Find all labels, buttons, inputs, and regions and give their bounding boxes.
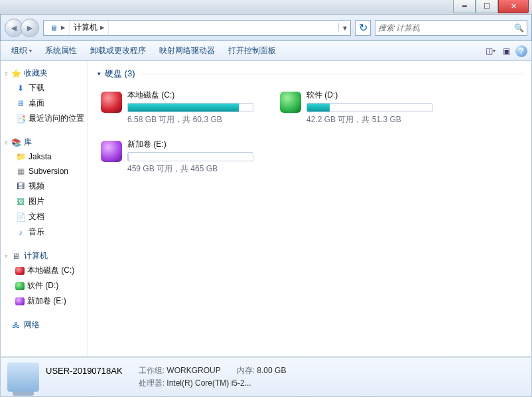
- sidebar-head-libraries[interactable]: ▿📚库: [1, 135, 88, 149]
- sidebar-item-jaksta[interactable]: 📁Jaksta: [1, 149, 88, 164]
- refresh-button[interactable]: ↻: [355, 20, 371, 36]
- sidebar-head-network[interactable]: ▿🖧网络: [1, 318, 88, 332]
- computer-icon: 🖥: [11, 251, 21, 262]
- detail-cpu-label: 处理器:: [139, 378, 165, 388]
- usage-bar: [306, 103, 432, 112]
- address-segment-computer[interactable]: 计算机 ▶: [70, 21, 109, 35]
- drive-grid: 本地磁盘 (C:) 6.58 GB 可用，共 60.3 GB 软件 (D:) 4…: [98, 86, 525, 178]
- library-icon: 📚: [11, 137, 21, 148]
- detail-workgroup-label: 工作组:: [139, 366, 165, 375]
- address-root[interactable]: 🖥 ▶: [44, 21, 70, 35]
- drive-e[interactable]: 新加卷 (E:) 459 GB 可用，共 465 GB: [98, 135, 257, 178]
- video-icon: 🎞: [15, 181, 26, 192]
- drive-name: 新加卷 (E:): [127, 139, 253, 150]
- sidebar-item-subversion[interactable]: ▦Subversion: [1, 164, 88, 179]
- usage-bar: [127, 152, 253, 161]
- desktop-icon: 🖥: [15, 98, 26, 109]
- music-icon: ♪: [15, 227, 26, 238]
- maximize-button[interactable]: ☐: [476, 0, 498, 13]
- sidebar: ▿⭐收藏夹 ⬇下载 🖥桌面 📑最近访问的位置 ▿📚库 📁Jaksta ▦Subv…: [1, 61, 88, 357]
- chevron-right-icon: ▶: [61, 25, 65, 31]
- toolbar: 组织 ▾ 系统属性 卸载或更改程序 映射网络驱动器 打开控制面板 ◫ ▾ ▣ ?: [0, 41, 532, 61]
- usage-fill: [128, 153, 129, 161]
- tb-uninstall[interactable]: 卸载或更改程序: [84, 42, 153, 59]
- search-icon[interactable]: 🔍: [513, 23, 524, 33]
- content-pane: ▾ 硬盘 (3) 本地磁盘 (C:) 6.58 GB 可用，共 60.3 GB …: [88, 61, 531, 357]
- folder-icon: 📁: [15, 151, 26, 162]
- gem-green-icon: [280, 92, 301, 113]
- star-icon: ⭐: [11, 68, 21, 79]
- sidebar-head-computer[interactable]: ▿🖥计算机: [1, 249, 88, 263]
- group-title: 硬盘 (3): [105, 68, 135, 80]
- drive-name: 本地磁盘 (C:): [127, 90, 253, 101]
- sidebar-item-downloads[interactable]: ⬇下载: [1, 80, 88, 96]
- detail-memory: 8.00 GB: [257, 366, 286, 375]
- computer-large-icon: [7, 362, 39, 392]
- collapse-icon: ▾: [98, 70, 101, 77]
- detail-memory-label: 内存:: [237, 366, 255, 375]
- gem-green-icon: [15, 282, 25, 290]
- details-pane: USER-20190718AK 工作组: WORKGROUP 内存: 8.00 …: [0, 357, 532, 397]
- tb-control-panel[interactable]: 打开控制面板: [222, 42, 283, 59]
- usage-fill: [128, 104, 239, 112]
- minimize-button[interactable]: ━: [453, 0, 476, 13]
- address-bar[interactable]: 🖥 ▶ 计算机 ▶ ▾: [43, 20, 351, 36]
- divider-line: [139, 74, 525, 74]
- sidebar-item-drive-c[interactable]: 本地磁盘 (C:): [1, 263, 88, 278]
- tb-system-props[interactable]: 系统属性: [38, 42, 84, 59]
- tb-organize[interactable]: 组织 ▾: [5, 42, 38, 59]
- main-pane: ▿⭐收藏夹 ⬇下载 🖥桌面 📑最近访问的位置 ▿📚库 📁Jaksta ▦Subv…: [0, 61, 532, 357]
- drive-sub: 42.2 GB 可用，共 51.3 GB: [306, 114, 432, 125]
- drive-d[interactable]: 软件 (D:) 42.2 GB 可用，共 51.3 GB: [277, 86, 436, 129]
- sidebar-item-pictures[interactable]: 🖼图片: [1, 194, 88, 209]
- sidebar-item-drive-d[interactable]: 软件 (D:): [1, 278, 88, 293]
- tb-map-network[interactable]: 映射网络驱动器: [153, 42, 222, 59]
- forward-button[interactable]: ►: [21, 19, 39, 37]
- nav-buttons: ◄ ►: [5, 19, 39, 37]
- recent-icon: 📑: [15, 114, 26, 124]
- preview-pane-button[interactable]: ▣: [499, 44, 513, 58]
- detail-name: USER-20190718AK: [46, 366, 123, 376]
- chevron-right-icon: ▶: [100, 25, 104, 31]
- group-header[interactable]: ▾ 硬盘 (3): [98, 68, 525, 80]
- drive-name: 软件 (D:): [306, 90, 432, 101]
- gem-red-icon: [101, 92, 122, 113]
- folder-icon: ▦: [15, 166, 26, 177]
- view-mode-button[interactable]: ◫ ▾: [484, 44, 497, 58]
- sidebar-head-favorites[interactable]: ▿⭐收藏夹: [1, 66, 88, 80]
- sidebar-item-desktop[interactable]: 🖥桌面: [1, 96, 88, 111]
- nav-row: ◄ ► 🖥 ▶ 计算机 ▶ ▾ ↻ 🔍: [0, 15, 532, 41]
- image-icon: 🖼: [15, 197, 26, 207]
- help-icon[interactable]: ?: [515, 45, 527, 57]
- sidebar-item-documents[interactable]: 📄文档: [1, 209, 88, 224]
- gem-red-icon: [15, 267, 25, 275]
- sidebar-item-music[interactable]: ♪音乐: [1, 224, 88, 240]
- usage-bar: [127, 103, 253, 112]
- search-box[interactable]: 🔍: [375, 20, 527, 36]
- document-icon: 📄: [15, 212, 26, 222]
- sidebar-item-recent[interactable]: 📑最近访问的位置: [1, 111, 88, 126]
- drive-sub: 6.58 GB 可用，共 60.3 GB: [127, 114, 253, 125]
- usage-fill: [307, 104, 330, 112]
- address-segment-label: 计算机: [74, 22, 98, 33]
- sidebar-item-videos[interactable]: 🎞视频: [1, 179, 88, 194]
- window-controls: ━ ☐ ✕: [453, 0, 529, 13]
- sidebar-item-drive-e[interactable]: 新加卷 (E:): [1, 293, 88, 309]
- search-input[interactable]: [378, 23, 513, 33]
- gem-purple-icon: [15, 297, 25, 305]
- detail-cpu: Intel(R) Core(TM) i5-2...: [166, 378, 251, 388]
- drive-sub: 459 GB 可用，共 465 GB: [127, 163, 253, 175]
- computer-icon: 🖥: [48, 23, 58, 33]
- detail-workgroup: WORKGROUP: [166, 366, 220, 375]
- network-icon: 🖧: [11, 320, 21, 331]
- address-dropdown[interactable]: ▾: [338, 23, 350, 33]
- download-icon: ⬇: [15, 83, 26, 94]
- gem-purple-icon: [101, 141, 122, 162]
- close-button[interactable]: ✕: [498, 0, 529, 13]
- drive-c[interactable]: 本地磁盘 (C:) 6.58 GB 可用，共 60.3 GB: [98, 86, 257, 129]
- title-bar: [0, 0, 532, 15]
